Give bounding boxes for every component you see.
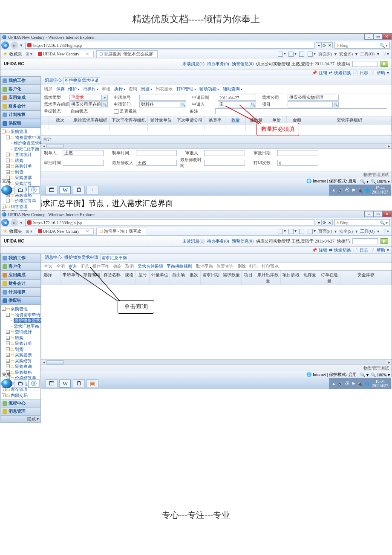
favorites-label[interactable]: 收藏夹 [9, 51, 22, 57]
minimize-button[interactable]: – [364, 211, 374, 217]
grid-hscroll[interactable]: ◂▸ [41, 143, 392, 148]
tb-save[interactable]: 保存 [56, 87, 65, 91]
grid-body[interactable]: 1 [41, 124, 392, 135]
tb-aux[interactable]: 辅助功能 [199, 87, 219, 91]
switch-icon[interactable]: ⇄ [329, 70, 332, 75]
page-menu[interactable]: 页面(P) [318, 51, 332, 57]
feeds-button[interactable]: ▾ [288, 51, 297, 57]
side-fin[interactable]: 财务会计 [0, 279, 41, 288]
quick-code-input[interactable] [352, 61, 378, 67]
side-client[interactable]: 客户化 [0, 85, 41, 93]
tb-add: 增加 [44, 87, 52, 91]
req-org-field[interactable]: 供应公司库存组织🔍 [69, 101, 108, 107]
side-mywork[interactable]: 我的工作 [0, 254, 41, 262]
search-icon[interactable]: 🔍 ▾ [380, 43, 388, 48]
close-button[interactable]: ✕ [382, 211, 392, 217]
forward-button[interactable]: ▸ [11, 219, 18, 226]
refresh-button[interactable]: ⟳ [321, 42, 327, 48]
print-button[interactable]: ▾ [308, 51, 316, 57]
tools-menu[interactable]: 工具(O) [360, 51, 375, 57]
doc-header: 精选优质文档-----倾情为你奉上 [0, 13, 392, 26]
tb-maint[interactable]: 维护 [68, 87, 79, 91]
tb-rowop[interactable]: 行操作 [83, 87, 98, 91]
safety-menu[interactable]: 安全(S) [339, 51, 353, 57]
start-button[interactable] [1, 185, 12, 195]
apply-date-field[interactable]: 2011-04-27 [218, 95, 256, 101]
content-status: 物资管理测试 [41, 171, 392, 178]
dept-field[interactable]: 财料科🔍 [139, 101, 186, 107]
side-supply[interactable]: 供应链 [0, 296, 41, 305]
back-button[interactable]: ◄ [1, 41, 9, 49]
side-appint[interactable]: 应用集成 [0, 93, 41, 102]
app-header: UFIDA NC 未读消息(1) 待办事务(0) 预警信息(0) 供应公司实物管… [0, 236, 392, 247]
close-button[interactable]: ✕ [382, 34, 392, 40]
task-app1[interactable]: 🗔 [46, 186, 58, 194]
maximize-button[interactable]: ▭ [373, 34, 383, 40]
status-zoom[interactable]: 🔍 ▾ 🔍 100% ▾ [360, 179, 390, 184]
site-favicon [27, 43, 32, 47]
go-button[interactable] [380, 61, 388, 67]
ie-status-bar: 完成 🌐 Internet | 保护模式: 启用 🔍 ▾ 🔍 100% ▾ [0, 178, 392, 185]
browser-tab-2[interactable]: ⊡百度搜索_笔记本怎么截屏 [96, 50, 158, 58]
help-icon[interactable]: ❔ [370, 70, 375, 75]
crumb-active[interactable]: 维护物资需求申请 [63, 77, 100, 84]
task-word[interactable]: W [59, 186, 71, 194]
urgent-checkbox[interactable] [114, 109, 118, 114]
task-ie[interactable]: ⓔ [28, 186, 40, 194]
side-client[interactable]: 客户化 [0, 262, 41, 271]
minimize-button[interactable]: – [364, 34, 374, 40]
favorites-bar: ★ 收藏夹 ⊞ ▾ UFIDA New Century✕ ⊡百度搜索_笔记本怎么… [0, 50, 392, 58]
task-app4[interactable]: + [86, 186, 98, 194]
address-bar[interactable]: http://172.16.1.233/login.jsp [25, 42, 314, 49]
task-app3[interactable]: 🗒 [73, 186, 85, 194]
logout-link[interactable]: 注销 [319, 70, 327, 76]
side-fin[interactable]: 财务会计 [0, 102, 41, 110]
side-appint[interactable]: 应用集成 [0, 271, 41, 279]
side-plan[interactable]: 计划核算 [0, 110, 41, 119]
browser-tab-2[interactable]: ⊡淘宝网 - 淘！我喜欢 [96, 228, 146, 235]
tb-exec[interactable]: 执行 [114, 87, 125, 91]
callout-qty: 数量栏必须填 [257, 123, 299, 136]
mail-button[interactable] [299, 51, 305, 57]
screenshot-1: UFIDA New Century - Windows Internet Exp… [0, 33, 392, 183]
start-button[interactable] [1, 379, 12, 388]
browser-tab-active[interactable]: UFIDA New Century✕ [35, 228, 94, 234]
maximize-button[interactable]: ▭ [373, 211, 383, 217]
stop-button[interactable]: ✕ [327, 42, 333, 48]
forward-button[interactable]: ▸ [11, 41, 18, 49]
browser-search[interactable]: b Bing 🔍 ▾ [334, 42, 390, 49]
address-bar[interactable]: http://172.16.1.233/login.jsp [25, 219, 314, 226]
side-mywork[interactable]: 我的工作 [0, 76, 41, 85]
table-row[interactable]: 1 [41, 124, 392, 131]
side-supply[interactable]: 供应链 [0, 119, 41, 127]
project-field[interactable]: 🔍 [288, 101, 339, 107]
tb-auxq[interactable]: 辅助查询 [223, 87, 242, 91]
window-title: UFIDA New Century - Windows Internet Exp… [8, 212, 95, 217]
help-button[interactable]: ❔▾ [382, 52, 389, 56]
system-tray[interactable]: ▲🔊🗫⚑🔌🌐 15:442011/4/27 [329, 185, 391, 196]
tb-print[interactable]: 打印管理 [176, 87, 196, 91]
tb-browse[interactable]: 浏览 [141, 87, 152, 91]
pin-icon[interactable]: 📌 [312, 70, 317, 75]
nav-tree[interactable]: -🗀采购管理 -🗀物资需求申请 ◦ 维护物资需求申请 ◦ 需求汇总平衡 +🗀查询… [0, 127, 41, 222]
grid-hscroll[interactable]: ◂▸ [41, 359, 392, 364]
compat-icon[interactable]: ▾ [316, 42, 322, 48]
home-button[interactable]: ▾ [278, 51, 286, 57]
task-explorer[interactable]: 🗀 [14, 186, 26, 194]
req-company-field[interactable]: 供应公司实物管理 [288, 95, 339, 101]
log-icon[interactable]: 📄 [353, 70, 358, 75]
browser-search[interactable]: bBing🔍 ▾ [334, 219, 390, 226]
alert-link[interactable]: 预警信息(0) [232, 61, 254, 67]
todo-link[interactable]: 待办事务(0) [207, 61, 229, 67]
apply-no-field[interactable] [139, 95, 186, 101]
favorites-star-icon[interactable]: ★ [3, 51, 8, 57]
back-button[interactable]: ◄ [1, 219, 9, 226]
content-area: 消息中心 维护物资需求申请 增加 保存 维护 行操作 审核 执行 查询 浏览 列… [41, 76, 392, 178]
side-plan[interactable]: 计划核算 [0, 288, 41, 296]
svg-line-0 [225, 106, 259, 124]
unread-link[interactable]: 未读消息(1) [182, 61, 205, 67]
req-type-field[interactable]: 毛需求▾ [69, 95, 108, 101]
crumb-1[interactable]: 消息中心 [44, 77, 63, 84]
svg-line-1 [239, 105, 261, 124]
browser-tab-active[interactable]: UFIDA New Century✕ [35, 51, 94, 57]
